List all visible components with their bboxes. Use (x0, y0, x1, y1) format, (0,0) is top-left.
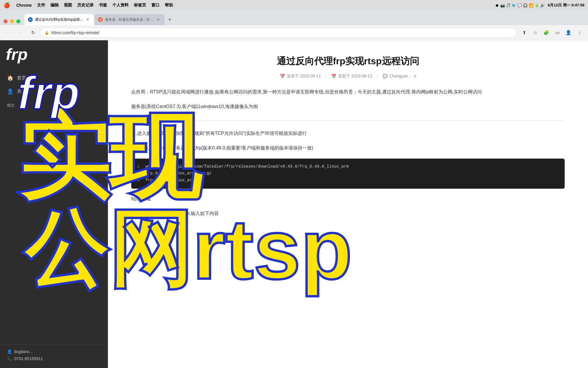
frp-logo-text: frp (6, 46, 28, 63)
menu-history[interactable]: 历史记录 (77, 3, 94, 8)
menubar-time: 6月12日 周一 0:47:56 (548, 3, 584, 8)
main-content: frp 🏠 首页 👤 关于 概览 👤 lingtianx... (0, 40, 588, 368)
meta-divider-1: | (326, 74, 327, 79)
meta-divider-2: | (377, 74, 378, 79)
sidebar-section-overview: 概览 (0, 100, 108, 110)
menubar: 🍎 Chrome 文件 编辑 视图 历史记录 书签 个人资料 标签页 窗口 帮助… (0, 0, 588, 11)
sidebar: frp 🏠 首页 👤 关于 概览 👤 lingtianx... (0, 40, 108, 368)
phone-icon: 📞 (7, 356, 12, 361)
menu-button[interactable]: ⋮ (575, 28, 584, 38)
article-vim-text: 使用vim等编辑器打开frps.ini,输入如下内容 (131, 209, 565, 218)
article-title: 通过反向代理frp实现rtsp远程访问 (131, 55, 565, 68)
sidebar-item-home[interactable]: 🏠 首页 (0, 71, 108, 85)
comments-label: Changyan： (389, 74, 412, 79)
line-num-3: 3 (137, 177, 139, 184)
fullscreen-window-button[interactable] (16, 19, 20, 23)
sidebar-toggle-button[interactable]: ▭ (552, 28, 562, 38)
tab-favicon-1: H (28, 17, 33, 22)
sidebar-about-label: 关于 (17, 88, 26, 95)
back-button[interactable]: ← (4, 28, 13, 38)
article-frp-server: frp服务端 (131, 195, 565, 203)
article-area[interactable]: 通过反向代理frp实现rtsp远程访问 📅 发表于 2023-06-11 | 📅… (108, 40, 588, 368)
profile-button[interactable]: 👤 (564, 28, 573, 38)
code-line-1: wget https://github.com/fatedier/frp/rel… (145, 163, 559, 170)
new-tab-button[interactable]: + (165, 15, 174, 24)
sidebar-contact-user: 👤 lingtianx... (7, 349, 101, 354)
forward-button[interactable]: → (16, 28, 26, 38)
extensions-button[interactable]: 🧩 (541, 28, 551, 38)
article-section-text: 台,进入服务器页面,添加防火墙规则"所有TCP允许访问"(实际生产环境可根据实际… (131, 129, 565, 138)
line-num-1: 1 (137, 163, 139, 170)
browser-window: H 通过反向代理frp实现rtsp远程... ✕ S 服务器 - 轻量应用服务器… (0, 11, 588, 368)
security-icon: 🔒 (45, 31, 49, 35)
close-window-button[interactable] (4, 19, 8, 23)
code-line-2: frp_0.49.0_linux_arm64...gz (145, 170, 559, 177)
bookmark-button[interactable]: ☆ (530, 28, 540, 38)
user-contact-icon: 👤 (7, 349, 12, 354)
line-num-2: 2 (137, 170, 139, 177)
app-name[interactable]: Chrome (16, 3, 32, 8)
meta-comments: 💬 Changyan： 0 (383, 74, 416, 79)
tab-favicon-2: S (98, 17, 103, 22)
menu-view[interactable]: 视图 (64, 3, 72, 8)
apple-menu[interactable]: 🍎 (4, 2, 10, 8)
menu-help[interactable]: 帮助 (165, 3, 173, 8)
reload-button[interactable]: ↻ (28, 28, 38, 38)
sidebar-home-label: 首页 (17, 75, 26, 81)
user-icon: 👤 (7, 88, 13, 95)
meta-updated: 📅 更新于 2023-06-12 (331, 74, 372, 79)
code-content: wget https://github.com/fatedier/frp/rel… (145, 163, 559, 184)
nav-bar: ← → ↻ 🔒 h5nvr.com/frp-rtsp-remote/ ⬆ ☆ 🧩… (0, 25, 588, 40)
article-para-1: 众所周，RTSP流只能在局域网进行播放,如果有公网访问的需求,第一种方法是申请互… (131, 88, 565, 96)
update-icon: 📅 (331, 74, 336, 79)
tab-active[interactable]: H 通过反向代理frp实现rtsp远程... ✕ (24, 14, 94, 25)
article-body: 众所周，RTSP流只能在局域网进行播放,如果有公网访问的需求,第一种方法是申请互… (131, 88, 565, 218)
share-button[interactable]: ⬆ (519, 28, 529, 38)
comment-icon: 💬 (383, 74, 388, 79)
article-para-2: 服务器(系统CentOS7.3),客户端以windows10,海康摄像头为例 (131, 102, 565, 111)
sidebar-menu: 🏠 首页 👤 关于 概览 (0, 68, 108, 113)
minimize-window-button[interactable] (10, 19, 14, 23)
menu-file[interactable]: 文件 (37, 3, 45, 8)
sidebar-item-about[interactable]: 👤 关于 (0, 85, 108, 98)
menu-edit[interactable]: 编辑 (50, 3, 59, 8)
calendar-icon: 📅 (280, 74, 285, 79)
nav-right-icons: ⬆ ☆ 🧩 ▭ 👤 ⋮ (519, 28, 584, 38)
sidebar-phone: 0731-85155911 (14, 356, 43, 361)
article-meta: 📅 发表于 2023-06-11 | 📅 更新于 2023-06-12 | 💬 … (131, 74, 565, 79)
tab-close-1[interactable]: ✕ (85, 17, 90, 22)
menu-tabs[interactable]: 标签页 (134, 3, 146, 8)
sidebar-bottom: 👤 lingtianx... 📞 0731-85155911 (0, 344, 108, 368)
code-line-numbers: 1 2 3 (137, 163, 139, 184)
sidebar-username: lingtianx... (14, 349, 33, 354)
menu-bookmarks[interactable]: 书签 (99, 3, 107, 8)
url-text: h5nvr.com/frp-rtsp-remote/ (51, 30, 512, 35)
home-icon: 🏠 (7, 75, 13, 81)
sidebar-contact-phone: 📞 0731-85155911 (7, 356, 101, 361)
tab-bar: H 通过反向代理frp实现rtsp远程... ✕ S 服务器 - 轻量应用服务器… (0, 11, 588, 25)
sidebar-logo: frp (0, 40, 108, 68)
published-date: 发表于 2023-06-11 (287, 74, 321, 79)
tab-inactive[interactable]: S 服务器 - 轻量应用服务器 - 控制... ✕ (94, 14, 164, 25)
tab-title-2: 服务器 - 轻量应用服务器 - 控制... (105, 17, 153, 22)
code-line-3: frp_0.49.0_linux_arm64 (145, 177, 559, 184)
meta-published: 📅 发表于 2023-06-11 (280, 74, 321, 79)
updated-date: 更新于 2023-06-12 (338, 74, 372, 79)
menu-window[interactable]: 窗口 (151, 3, 160, 8)
code-block: 1 2 3 wget https://github.com/fatedier/f… (131, 159, 565, 189)
tab-title-1: 通过反向代理frp实现rtsp远程... (35, 17, 83, 22)
menu-profile[interactable]: 个人资料 (112, 3, 129, 8)
tab-close-2[interactable]: ✕ (156, 17, 161, 22)
article-ssh-text: 使用ssh工具登录云服务器,下载frp(版本0.49.0,很重要!客户端和服务端… (131, 144, 565, 152)
address-bar[interactable]: 🔒 h5nvr.com/frp-rtsp-remote/ (40, 28, 517, 38)
article-divider (131, 120, 565, 120)
menubar-icons: ⏺ 📷 🎵 🐦 💬 🎧 📶 🔋 🔊 (495, 3, 545, 8)
comments-count[interactable]: 0 (414, 74, 416, 79)
